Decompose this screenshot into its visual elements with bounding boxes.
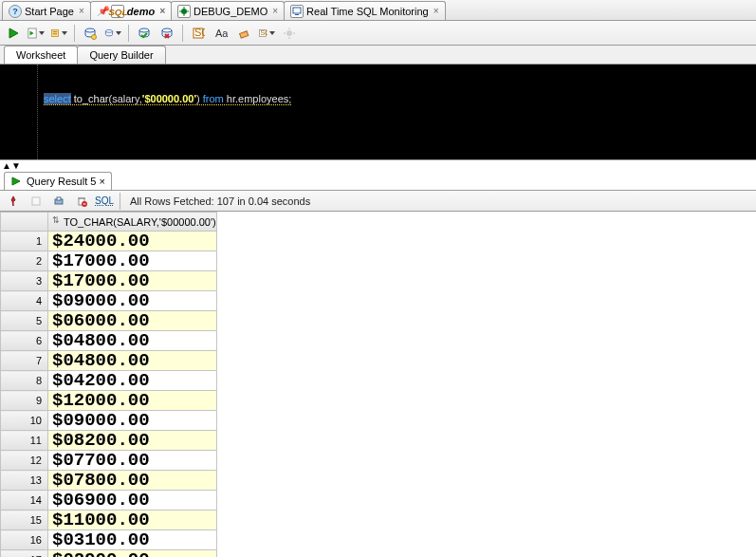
sql-history-button[interactable]: SQL xyxy=(257,24,276,43)
cell-value[interactable]: $09000.00 xyxy=(48,411,217,431)
tab-debug-demo[interactable]: DEBUG_DEMO × xyxy=(171,1,285,20)
close-icon[interactable]: × xyxy=(272,6,278,16)
run-statement-button[interactable] xyxy=(4,24,23,43)
cell-value[interactable]: $24000.00 xyxy=(48,232,217,251)
table-row[interactable]: 4 $09000.00 xyxy=(1,291,217,311)
cell-value[interactable]: $04200.00 xyxy=(48,371,217,391)
clear-button[interactable] xyxy=(234,24,253,43)
tab-demo[interactable]: 📌 SQL demo × xyxy=(90,1,172,20)
rollback-button[interactable] xyxy=(157,24,176,43)
play-icon xyxy=(10,176,22,187)
cell-value[interactable]: $04800.00 xyxy=(48,331,217,351)
pin-result-button[interactable] xyxy=(4,192,23,211)
row-number[interactable]: 4 xyxy=(1,291,48,311)
cell-value[interactable]: $07800.00 xyxy=(48,471,217,491)
row-number[interactable]: 2 xyxy=(1,251,48,271)
subtab-querybuilder[interactable]: Query Builder xyxy=(77,46,165,64)
editor-code[interactable]: select to_char(salary,'$00000.00') from … xyxy=(38,65,756,159)
cell-value[interactable]: $04800.00 xyxy=(48,351,217,371)
row-number[interactable]: 13 xyxy=(1,471,48,491)
editor-gutter xyxy=(0,65,38,159)
cell-value[interactable]: $03100.00 xyxy=(48,530,217,550)
svg-text:Aa: Aa xyxy=(215,28,228,39)
table-row[interactable]: 2 $17000.00 xyxy=(1,251,217,271)
row-number[interactable]: 5 xyxy=(1,311,48,331)
print-button[interactable] xyxy=(49,192,68,211)
cell-value[interactable]: $06000.00 xyxy=(48,311,217,331)
cell-value[interactable]: $02900.00 xyxy=(48,550,217,558)
result-grid-wrap: ⇅ TO_CHAR(SALARY,'$00000.00') 1 $24000.0… xyxy=(0,212,756,557)
column-header[interactable]: ⇅ TO_CHAR(SALARY,'$00000.00') xyxy=(48,213,217,232)
row-number[interactable]: 12 xyxy=(1,451,48,471)
result-tab-label: Query Result 5 xyxy=(27,176,96,187)
commit-button[interactable] xyxy=(135,24,154,43)
row-number[interactable]: 1 xyxy=(1,232,48,251)
toolbar-separator xyxy=(120,193,120,210)
table-row[interactable]: 11 $08200.00 xyxy=(1,431,217,451)
row-number[interactable]: 14 xyxy=(1,491,48,511)
cell-value[interactable]: $06900.00 xyxy=(48,491,217,511)
refresh-button[interactable] xyxy=(27,192,46,211)
table-row[interactable]: 15 $11000.00 xyxy=(1,511,217,530)
cell-value[interactable]: $11000.00 xyxy=(48,511,217,530)
table-row[interactable]: 13 $07800.00 xyxy=(1,471,217,491)
cell-value[interactable]: $08200.00 xyxy=(48,431,217,451)
row-number[interactable]: 7 xyxy=(1,351,48,371)
sql-file-icon: SQL xyxy=(111,5,124,18)
to-upperlower-button[interactable]: Aa xyxy=(212,24,230,43)
svg-rect-34 xyxy=(57,197,61,200)
cell-value[interactable]: $12000.00 xyxy=(48,391,217,411)
row-number[interactable]: 17 xyxy=(1,550,48,558)
row-number[interactable]: 16 xyxy=(1,530,48,550)
row-number[interactable]: 11 xyxy=(1,431,48,451)
cell-value[interactable]: $09000.00 xyxy=(48,291,217,311)
tab-start-page[interactable]: ? Start Page × xyxy=(2,1,91,20)
close-icon[interactable]: × xyxy=(99,176,104,187)
sql-editor[interactable]: select to_char(salary,'$00000.00') from … xyxy=(0,65,756,159)
table-row[interactable]: 6 $04800.00 xyxy=(1,331,217,351)
row-number[interactable]: 15 xyxy=(1,511,48,530)
run-script-button[interactable] xyxy=(27,24,46,43)
close-icon[interactable]: × xyxy=(159,6,165,16)
cell-value[interactable]: $17000.00 xyxy=(48,251,217,271)
close-icon[interactable]: × xyxy=(433,6,439,16)
pane-splitter[interactable]: ▲ ▼ xyxy=(0,160,756,172)
cell-value[interactable]: $07700.00 xyxy=(48,451,217,471)
settings-button[interactable] xyxy=(280,24,299,43)
row-number[interactable]: 8 xyxy=(1,371,48,391)
row-header-corner[interactable] xyxy=(1,213,48,232)
monitor-icon xyxy=(290,5,304,18)
table-row[interactable]: 9 $12000.00 xyxy=(1,391,217,411)
table-row[interactable]: 16 $03100.00 xyxy=(1,530,217,550)
table-row[interactable]: 14 $06900.00 xyxy=(1,491,217,511)
arrow-up-icon: ▲ xyxy=(2,163,11,169)
table-row[interactable]: 7 $04800.00 xyxy=(1,351,217,371)
table-row[interactable]: 12 $07700.00 xyxy=(1,451,217,471)
fn-tochar: to_char xyxy=(74,93,109,104)
column-label: TO_CHAR(SALARY,'$00000.00') xyxy=(64,216,216,228)
result-grid[interactable]: ⇅ TO_CHAR(SALARY,'$00000.00') 1 $24000.0… xyxy=(0,212,217,557)
table-row[interactable]: 8 $04200.00 xyxy=(1,371,217,391)
unshared-worksheet-button[interactable]: SQL xyxy=(189,24,208,43)
close-icon[interactable]: × xyxy=(79,6,84,16)
delete-button[interactable] xyxy=(72,192,91,211)
table-row[interactable]: 17 $02900.00 xyxy=(1,550,217,558)
row-number[interactable]: 3 xyxy=(1,271,48,291)
row-number[interactable]: 9 xyxy=(1,391,48,411)
sql-tuning-button[interactable] xyxy=(103,24,122,43)
row-number[interactable]: 6 xyxy=(1,331,48,351)
table-row[interactable]: 5 $06000.00 xyxy=(1,311,217,331)
explain-plan-button[interactable] xyxy=(49,24,68,43)
tab-query-result[interactable]: Query Result 5 × xyxy=(4,172,112,190)
pin-icon: 📌 xyxy=(97,6,108,16)
table-row[interactable]: 1 $24000.00 xyxy=(1,232,217,251)
cell-value[interactable]: $17000.00 xyxy=(48,271,217,291)
schema: hr xyxy=(227,93,235,104)
sql-text-link[interactable]: SQL xyxy=(95,195,114,206)
subtab-worksheet[interactable]: Worksheet xyxy=(4,46,78,64)
tab-sql-monitoring[interactable]: Real Time SQL Monitoring × xyxy=(284,1,445,20)
row-number[interactable]: 10 xyxy=(1,411,48,431)
table-row[interactable]: 10 $09000.00 xyxy=(1,411,217,431)
table-row[interactable]: 3 $17000.00 xyxy=(1,271,217,291)
autotrace-button[interactable] xyxy=(81,24,100,43)
